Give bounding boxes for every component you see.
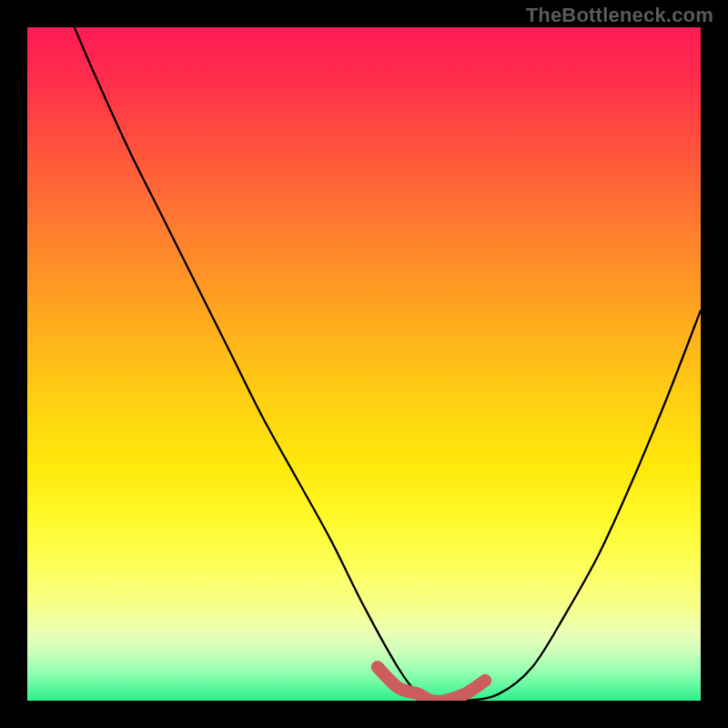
- watermark: TheBottleneck.com: [526, 4, 713, 27]
- frame: TheBottleneck.com: [0, 0, 728, 728]
- gradient-background: [27, 27, 701, 701]
